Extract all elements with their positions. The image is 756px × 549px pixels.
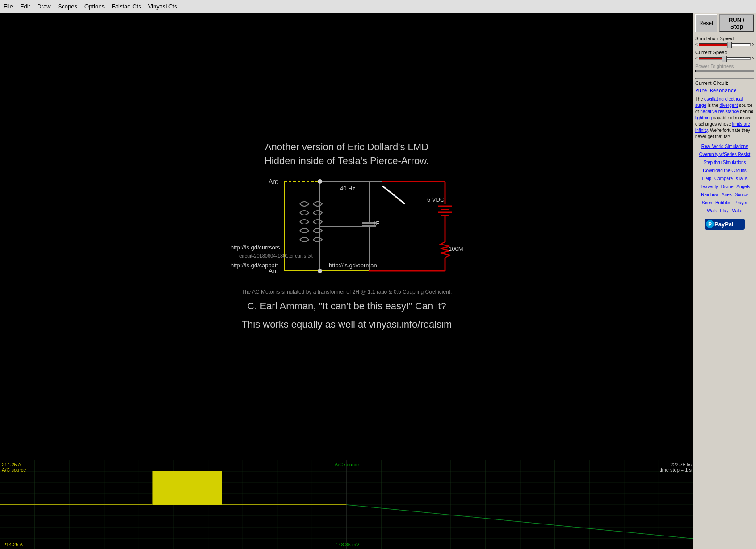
power-brightness-section: Power Brightness	[695, 63, 754, 75]
link-overunity[interactable]: Overunity w/Series Resist	[699, 152, 750, 157]
current-circuit-label: Current Circuit:	[695, 80, 754, 86]
current-speed-thumb[interactable]	[722, 56, 727, 62]
scope-label-voltage: -148.85 mV	[334, 542, 360, 547]
main-layout: Another version of Eric Dollard's LMD Hi…	[0, 13, 756, 549]
menu-item-draw[interactable]: Draw	[37, 3, 50, 10]
url-capbatt[interactable]: http://is.gd/capbatt	[231, 262, 278, 269]
link-sonics[interactable]: Sonics	[735, 192, 748, 197]
simulation-speed-slider-row: < >	[695, 42, 754, 47]
sim-speed-decrease[interactable]: <	[695, 42, 698, 47]
svg-text:6 VDC: 6 VDC	[427, 196, 444, 203]
circuit-container: Another version of Eric Dollard's LMD Hi…	[0, 13, 693, 460]
menu-item-vinyasi[interactable]: Vinyasi.Cts	[148, 3, 177, 10]
menu-item-scopes[interactable]: Scopes	[58, 3, 77, 10]
current-speed-label: Current Speed	[695, 50, 754, 55]
link-bubbles[interactable]: Bubbles	[715, 200, 731, 205]
menu-item-falstad[interactable]: Falstad.Cts	[112, 3, 141, 10]
svg-text:100M: 100M	[449, 245, 463, 252]
svg-line-27	[382, 186, 405, 204]
scope-area: 214.25 A A/C source A/C source t = 222.7…	[0, 460, 693, 549]
run-stop-button[interactable]: RUN / Stop	[719, 14, 754, 32]
link-divine[interactable]: Divine	[721, 184, 734, 189]
simulation-speed-thumb[interactable]	[727, 42, 732, 48]
link-lightning[interactable]: lightning	[695, 115, 712, 120]
paypal-button[interactable]: PayPal P	[695, 219, 754, 231]
reset-button[interactable]: Reset	[695, 14, 717, 32]
circuit-quote-line1: C. Earl Amman, "It can't be this easy!" …	[222, 299, 472, 313]
curr-speed-decrease[interactable]: <	[695, 56, 698, 61]
link-siren[interactable]: Siren	[702, 200, 712, 205]
links-section: Real-World Simulations Overunity w/Serie…	[695, 143, 754, 215]
link-step-thru[interactable]: Step thru Simulations	[703, 160, 746, 165]
scope-label-amplitude-bottom: -214.25 A	[2, 542, 23, 547]
link-prayer[interactable]: Prayer	[735, 200, 748, 205]
link-limits[interactable]: limits are infinity	[695, 122, 750, 133]
menu-item-edit[interactable]: Edit	[20, 3, 30, 10]
link-negative-resistance[interactable]: negative resistance	[700, 109, 739, 114]
link-make[interactable]: Make	[731, 208, 742, 213]
current-speed-section: Current Speed < >	[695, 50, 754, 61]
svg-text:P: P	[708, 221, 712, 228]
simulation-speed-fill	[699, 44, 730, 46]
power-brightness-label: Power Brightness	[695, 63, 754, 69]
svg-text:Ant: Ant	[269, 178, 278, 185]
menu-item-file[interactable]: File	[4, 3, 13, 10]
circuit-footer-note: The AC Motor is simulated by a transform…	[222, 289, 472, 295]
svg-point-26	[318, 269, 322, 273]
link-help[interactable]: Help	[702, 176, 712, 181]
link-stats[interactable]: sTaTs	[736, 176, 748, 181]
canvas-area: Another version of Eric Dollard's LMD Hi…	[0, 13, 693, 549]
current-speed-track[interactable]	[699, 57, 751, 60]
menu-item-options[interactable]: Options	[84, 3, 105, 10]
simulation-speed-track[interactable]	[699, 43, 751, 46]
top-buttons: Reset RUN / Stop	[695, 14, 754, 32]
circuit-quote-line2: This works equally as well at vinyasi.in…	[222, 317, 472, 332]
circuit-diagram: 40 Hz 1F 6 VDC 100M Ant Ant	[231, 177, 463, 275]
link-play[interactable]: Play	[720, 208, 728, 213]
current-speed-slider-row: < >	[695, 56, 754, 61]
simulation-speed-section: Simulation Speed < >	[695, 36, 754, 47]
power-brightness-track[interactable]	[695, 70, 754, 72]
link-real-world[interactable]: Real-World Simulations	[701, 144, 748, 149]
circuit-title: Another version of Eric Dollard's LMD Hi…	[222, 140, 472, 168]
scope-canvas[interactable]	[0, 460, 693, 549]
link-walk[interactable]: Walk	[707, 208, 717, 213]
current-speed-fill	[699, 58, 725, 59]
circuit-file: circuit-20180604-1801.circuitjs.txt	[239, 253, 313, 258]
link-heavenly[interactable]: Heavenly	[699, 184, 718, 189]
simulation-speed-label: Simulation Speed	[695, 36, 754, 41]
scope-label-channel: A/C source	[335, 462, 359, 467]
svg-text:PayPal: PayPal	[714, 221, 734, 228]
link-divergent[interactable]: divergent	[719, 103, 738, 108]
circuit-name-link[interactable]: Pure Resonance	[695, 88, 754, 93]
link-compare[interactable]: Compare	[714, 176, 733, 181]
scope-label-amplitude-top: 214.25 A A/C source	[2, 462, 26, 473]
link-aries[interactable]: Aries	[722, 192, 732, 197]
circuit-inner: Another version of Eric Dollard's LMD Hi…	[222, 140, 472, 332]
svg-text:40 Hz: 40 Hz	[340, 185, 355, 192]
url-currsors[interactable]: http://is.gd/currsors	[231, 244, 280, 251]
svg-point-25	[318, 179, 322, 184]
link-download[interactable]: Download the Circuits	[703, 168, 746, 173]
link-rainbow[interactable]: Rainbow	[701, 192, 718, 197]
link-angels[interactable]: Angels	[736, 184, 750, 189]
menu-bar: File Edit Draw Scopes Options Falstad.Ct…	[0, 0, 756, 13]
right-panel: Reset RUN / Stop Simulation Speed < > Cu…	[693, 13, 756, 549]
sim-speed-increase[interactable]: >	[752, 42, 754, 47]
url-oprman[interactable]: http://is.gd/oprman	[329, 262, 377, 269]
circuit-description: The oscillating electrical surge is the …	[695, 96, 754, 140]
curr-speed-increase[interactable]: >	[752, 56, 754, 61]
scope-label-time: t = 222.78 ks time step = 1 s	[659, 462, 692, 473]
svg-text:1F: 1F	[373, 220, 379, 227]
